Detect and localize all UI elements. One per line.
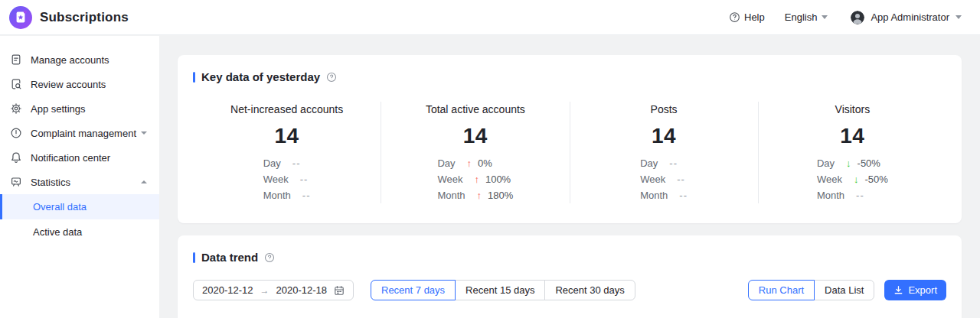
stat-row: Month --: [263, 187, 311, 203]
user-menu[interactable]: App Administrator: [851, 11, 962, 24]
stat-rows: Day -- Week -- Month --: [263, 155, 311, 203]
sidebar: Manage accounts Review accounts App sett…: [0, 36, 159, 318]
stat-net-increased-accounts: Net-increased accounts 14 Day -- Week --…: [193, 102, 381, 203]
sidebar-item-label: Manage accounts: [31, 54, 109, 66]
period-label: Day: [263, 155, 281, 171]
language-label: English: [785, 11, 818, 23]
recent-15-days-button[interactable]: Recent 15 days: [455, 280, 545, 300]
accent-bar: [193, 252, 195, 263]
sidebar-subitem-label: Active data: [33, 226, 82, 238]
export-label: Export: [908, 284, 937, 296]
stat-row: Day ↓ -50%: [817, 155, 888, 171]
sidebar-item-app-settings[interactable]: App settings: [0, 96, 159, 121]
period-label: Month: [437, 187, 465, 203]
trend-arrow-icon: ↓: [846, 155, 851, 171]
sidebar-item-review-accounts[interactable]: Review accounts: [0, 72, 159, 96]
sidebar-item-complaint-management[interactable]: Complaint management: [0, 121, 159, 145]
stat-row: Week ↓ -50%: [817, 171, 888, 187]
question-circle-icon[interactable]: [326, 72, 337, 83]
main-content: Key data of yesterday Net-increased acco…: [159, 36, 980, 318]
sidebar-item-label: Complaint management: [31, 128, 136, 139]
period-label: Week: [263, 171, 289, 187]
export-button[interactable]: Export: [884, 280, 946, 300]
view-button-group: Run Chart Data List: [748, 280, 875, 300]
document-search-icon: [10, 78, 22, 90]
stat-value: 14: [840, 124, 864, 148]
stat-row: Month --: [817, 187, 888, 203]
help-button[interactable]: Help: [729, 11, 765, 23]
stat-row-value: --: [856, 187, 864, 203]
stat-row-value: --: [292, 155, 301, 171]
stat-value: 14: [275, 124, 299, 148]
stat-value: 14: [652, 124, 676, 148]
app-header: Subscriptions Help English: [0, 0, 980, 35]
alert-circle-icon: [10, 127, 22, 139]
help-icon: [729, 11, 740, 23]
period-label: Month: [640, 187, 668, 203]
document-icon: [10, 54, 22, 66]
stat-row: Week --: [263, 171, 311, 187]
stat-label: Visitors: [835, 103, 871, 115]
data-trend-card: Data trend 2020-12-12 → 2020-12-18: [178, 235, 962, 318]
arrow-right-icon: →: [260, 285, 270, 296]
stat-rows: Day ↑ 0% Week ↑ 100% Month ↑ 180%: [437, 155, 513, 203]
stat-row-value: --: [677, 171, 685, 187]
stat-row: Day --: [640, 155, 688, 171]
sidebar-subitem-overall-data[interactable]: Overall data: [0, 194, 159, 219]
data-trend-header: Data trend: [193, 251, 946, 264]
stat-row-value: --: [679, 187, 688, 203]
header-actions: Help English App Administrator: [729, 11, 962, 24]
stat-row-value: -50%: [858, 155, 880, 171]
period-label: Week: [640, 171, 665, 187]
language-select[interactable]: English: [785, 11, 828, 23]
period-label: Day: [437, 155, 455, 171]
key-data-card: Key data of yesterday Net-increased acco…: [178, 55, 962, 223]
stat-row: Month --: [640, 187, 688, 203]
run-chart-button[interactable]: Run Chart: [748, 280, 815, 300]
trend-actions: Run Chart Data List Export: [748, 280, 946, 300]
data-list-button[interactable]: Data List: [814, 280, 874, 300]
period-label: Month: [817, 187, 844, 203]
trend-arrow-icon: ↓: [854, 171, 859, 187]
sidebar-item-label: Review accounts: [31, 79, 106, 90]
period-label: Day: [640, 155, 658, 171]
recent-7-days-button[interactable]: Recent 7 days: [371, 280, 456, 300]
stats-grid: Net-increased accounts 14 Day -- Week --…: [193, 102, 946, 203]
stat-total-active-accounts: Total active accounts 14 Day ↑ 0% Week ↑…: [381, 102, 570, 203]
stat-row-value: 180%: [488, 187, 513, 203]
sidebar-subitem-label: Overall data: [33, 201, 87, 213]
stat-row-value: 0%: [478, 155, 492, 171]
stat-label: Net-increased accounts: [230, 103, 343, 115]
period-label: Week: [437, 171, 462, 187]
chevron-down-icon: [141, 131, 147, 135]
help-label: Help: [744, 11, 765, 23]
period-label: Day: [817, 155, 835, 171]
chevron-down-icon: [822, 15, 828, 19]
data-trend-title: Data trend: [201, 251, 258, 264]
sidebar-item-notification-center[interactable]: Notification center: [0, 145, 159, 170]
stat-posts: Posts 14 Day -- Week -- Month: [570, 102, 759, 203]
period-label: Month: [263, 187, 291, 203]
sidebar-item-statistics[interactable]: Statistics: [0, 170, 159, 194]
recent-30-days-button[interactable]: Recent 30 days: [544, 280, 635, 300]
date-range-picker[interactable]: 2020-12-12 → 2020-12-18: [193, 280, 354, 300]
stat-row-value: 100%: [485, 171, 511, 187]
stat-row: Week ↑ 100%: [437, 171, 513, 187]
stat-row-value: -50%: [864, 171, 887, 187]
key-data-header: Key data of yesterday: [193, 70, 946, 83]
stat-row: Month ↑ 180%: [437, 187, 513, 203]
trend-arrow-icon: ↑: [467, 155, 472, 171]
sidebar-item-label: Notification center: [31, 152, 110, 164]
sidebar-subitem-active-data[interactable]: Active data: [0, 219, 159, 245]
stat-row: Week --: [640, 171, 688, 187]
stat-value: 14: [463, 124, 488, 148]
range-button-group: Recent 7 days Recent 15 days Recent 30 d…: [371, 280, 635, 300]
avatar: [851, 11, 864, 24]
sidebar-item-manage-accounts[interactable]: Manage accounts: [0, 47, 159, 72]
accent-bar: [193, 72, 195, 83]
question-circle-icon[interactable]: [264, 252, 275, 263]
stat-row: Day ↑ 0%: [437, 155, 513, 171]
stat-visitors: Visitors 14 Day ↓ -50% Week ↓ -50% Month: [759, 102, 946, 203]
stat-rows: Day ↓ -50% Week ↓ -50% Month --: [817, 155, 888, 203]
download-icon: [893, 285, 903, 295]
